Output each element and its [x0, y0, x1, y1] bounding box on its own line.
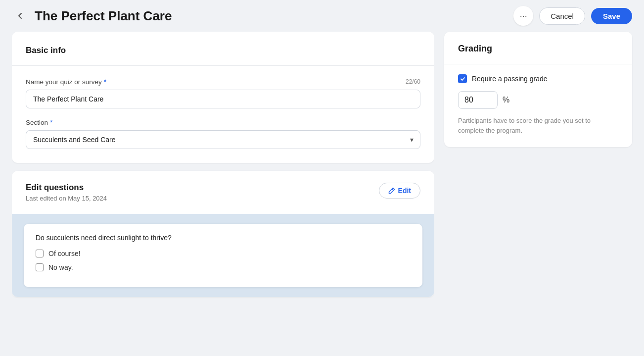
save-button[interactable]: Save	[591, 8, 632, 24]
grading-card: Grading Require a passing grade % Partic…	[444, 32, 632, 147]
back-button[interactable]	[12, 9, 29, 22]
pencil-icon	[388, 187, 395, 194]
name-char-count: 22/60	[406, 78, 420, 85]
grade-input-row: %	[458, 91, 618, 109]
section-required-star: *	[50, 118, 52, 126]
option-label-2: No way.	[48, 263, 73, 271]
header-actions: ··· Cancel Save	[513, 6, 632, 26]
grading-divider	[444, 64, 632, 64]
section-select-wrapper: Succulents and Seed Care ▾	[26, 130, 420, 149]
cancel-button[interactable]: Cancel	[539, 7, 585, 25]
more-button[interactable]: ···	[513, 6, 533, 26]
edit-button[interactable]: Edit	[379, 183, 420, 199]
grading-description: Participants have to score the grade you…	[458, 116, 618, 135]
require-passing-grade-row: Require a passing grade	[458, 74, 618, 83]
edit-questions-card-inner: Edit questions Last edited on May 15, 20…	[12, 171, 434, 214]
preview-card: Do succulents need direct sunlight to th…	[24, 224, 422, 287]
section-select[interactable]: Succulents and Seed Care	[26, 130, 420, 149]
edit-questions-info: Edit questions Last edited on May 15, 20…	[26, 183, 107, 202]
left-column: Basic info Name your quiz or survey * 22…	[12, 32, 434, 344]
basic-info-divider	[12, 65, 434, 66]
name-required-star: *	[104, 78, 106, 86]
section-field-group: Section * Succulents and Seed Care ▾	[26, 118, 420, 149]
option-checkbox-1[interactable]	[36, 250, 44, 257]
require-passing-grade-checkbox[interactable]	[458, 74, 467, 83]
question-text: Do succulents need direct sunlight to th…	[36, 234, 411, 242]
page-title: The Perfect Plant Care	[35, 8, 507, 24]
option-row-1: Of course!	[36, 250, 411, 257]
option-row-2: No way.	[36, 263, 411, 271]
checkmark-icon	[460, 76, 465, 82]
basic-info-card: Basic info Name your quiz or survey * 22…	[12, 32, 434, 163]
right-column: Grading Require a passing grade % Partic…	[444, 32, 632, 344]
grade-input[interactable]	[458, 91, 498, 109]
section-label: Section *	[26, 118, 420, 126]
last-edited-text: Last edited on May 15, 2024	[26, 195, 107, 202]
grade-percent-label: %	[503, 96, 509, 104]
preview-section: Do succulents need direct sunlight to th…	[12, 214, 434, 297]
option-checkbox-2[interactable]	[36, 263, 44, 271]
name-field-group: Name your quiz or survey * 22/60	[26, 78, 420, 108]
grading-title: Grading	[458, 44, 618, 54]
edit-questions-title: Edit questions	[26, 183, 107, 193]
option-label-1: Of course!	[48, 250, 81, 257]
basic-info-title: Basic info	[26, 46, 420, 55]
require-passing-grade-label: Require a passing grade	[472, 75, 548, 83]
header: The Perfect Plant Care ··· Cancel Save	[0, 0, 644, 32]
name-label: Name your quiz or survey * 22/60	[26, 78, 420, 86]
edit-questions-card: Edit questions Last edited on May 15, 20…	[12, 171, 434, 297]
main-layout: Basic info Name your quiz or survey * 22…	[0, 32, 644, 356]
quiz-name-input[interactable]	[26, 90, 420, 108]
edit-questions-header: Edit questions Last edited on May 15, 20…	[26, 183, 420, 202]
